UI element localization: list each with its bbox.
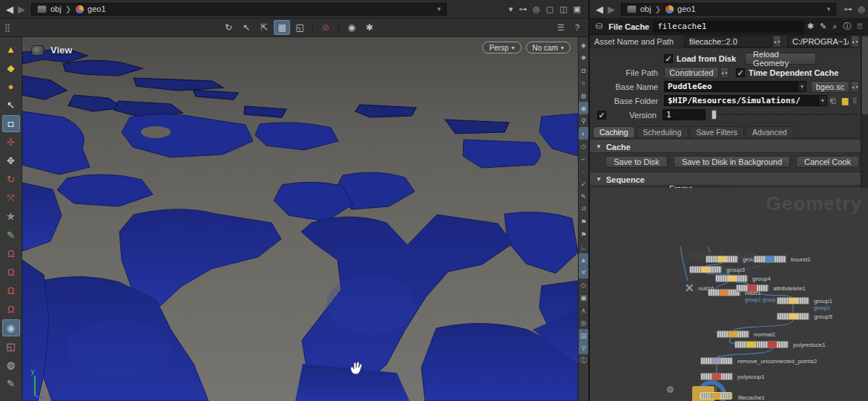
param-tab-scheduling[interactable]: Scheduling xyxy=(637,126,688,137)
row-grip[interactable]: ⣿ xyxy=(851,97,859,104)
info-icon[interactable]: ⓘ xyxy=(840,21,854,32)
asset-path-dropdown[interactable]: C:/PROGRA~1/SIDEEF~1/HOUDIN~1.... xyxy=(787,36,849,48)
layers-icon[interactable]: ◈ xyxy=(579,39,588,51)
file-chooser-icon[interactable]: ⎗ xyxy=(827,97,839,105)
breadcrumb-dropdown-icon[interactable]: ▾ xyxy=(435,5,443,13)
point-dot-icon[interactable]: · xyxy=(579,165,588,177)
light-pin-icon[interactable]: ⚲ xyxy=(579,114,588,127)
param-tab-save-filters[interactable]: Save Filters xyxy=(690,126,744,137)
paint-icon[interactable]: ✎ xyxy=(2,226,20,244)
node-attribdelete1[interactable] xyxy=(736,284,769,292)
pose-icon[interactable]: ✯ xyxy=(2,208,20,225)
pin-icon[interactable]: ⊶ xyxy=(516,4,530,14)
node-remove_unconnected_points2[interactable] xyxy=(700,357,733,365)
param-vscrollbar[interactable] xyxy=(861,35,868,195)
snap-grid-icon[interactable]: ▦ xyxy=(274,20,290,35)
lamp-dim-icon[interactable]: ○ xyxy=(579,76,588,89)
settings-gear-icon[interactable]: ✱ xyxy=(361,20,378,35)
point-check-icon[interactable]: ✓ xyxy=(579,177,588,190)
cone-display-icon[interactable]: ▲ xyxy=(579,253,588,266)
back-icon[interactable]: ◀ xyxy=(6,4,13,15)
zoom-region-icon[interactable]: ◱ xyxy=(292,20,308,35)
node-group4[interactable] xyxy=(715,275,748,282)
node-group1[interactable] xyxy=(777,297,809,304)
no-display-icon[interactable]: ✕ xyxy=(579,266,588,278)
save-to-disk-background-button[interactable]: Save to Disk in Background xyxy=(674,156,790,168)
flag-b-icon[interactable]: ⚑ xyxy=(579,228,588,241)
node-group5[interactable] xyxy=(777,313,809,320)
translate-icon[interactable]: ✥ xyxy=(2,152,20,169)
asset-path-stepper[interactable]: ▲▼ xyxy=(851,36,859,48)
primitive-torus-icon[interactable]: ● xyxy=(2,78,20,95)
corner-icon[interactable]: ∟ xyxy=(579,241,588,253)
gimbal-icon[interactable]: ✣ xyxy=(2,134,20,151)
reload-geometry-button[interactable]: Reload Geometry xyxy=(745,53,816,65)
snap-edge-icon[interactable]: Ω xyxy=(2,264,20,281)
flag-a-icon[interactable]: ⚑ xyxy=(579,215,588,228)
back-icon[interactable]: ◀ xyxy=(596,4,603,15)
pen-icon[interactable]: ✎ xyxy=(579,190,588,203)
time-dependent-checkbox[interactable]: ✓ xyxy=(736,68,745,77)
base-name-input[interactable]: PuddleGeo xyxy=(668,82,712,91)
breadcrumb-dropdown-icon[interactable]: ▾ xyxy=(825,5,833,13)
sequence-section-header[interactable]: ▼ Sequence xyxy=(590,173,868,186)
select-arrow-icon[interactable]: ↖ xyxy=(2,97,20,114)
display-icon[interactable]: ▣ xyxy=(571,4,584,14)
version-slider[interactable] xyxy=(711,110,859,120)
handles-tool-icon[interactable]: ⇱ xyxy=(256,20,272,35)
brush-small-icon[interactable]: ✎ xyxy=(2,375,20,392)
save-to-disk-button[interactable]: Save to Disk xyxy=(605,156,668,168)
lock2-icon[interactable]: ◘ xyxy=(579,64,588,76)
slider-handle[interactable] xyxy=(711,110,717,120)
node-null16[interactable]: ✕ xyxy=(685,284,694,293)
brush-icon[interactable]: ✎ xyxy=(817,22,829,31)
view-tool-icon[interactable]: ↻ xyxy=(220,20,237,35)
snap-multi-icon[interactable]: Ω xyxy=(2,301,20,318)
vscroll-thumb[interactable] xyxy=(862,36,868,114)
group-box-icon[interactable]: ▣ xyxy=(579,291,588,304)
asset-type-dropdown[interactable]: filecache::2.0 xyxy=(684,36,772,48)
node-bound1[interactable] xyxy=(754,255,786,263)
version-checkbox[interactable]: ✓ xyxy=(597,111,606,120)
breadcrumb[interactable]: obj ❯ geo1 ▾ xyxy=(621,3,836,16)
info-icon[interactable]: ⓘ xyxy=(579,354,588,367)
cache-section-header[interactable]: ▼ Cache xyxy=(590,140,868,153)
dropdown-icon[interactable]: ▾ xyxy=(506,4,516,14)
image-plane-icon[interactable]: ▤ xyxy=(579,329,588,342)
node-group2[interactable] xyxy=(706,255,738,263)
asset-type-stepper[interactable]: ▲▼ xyxy=(773,36,781,48)
snap-point-icon[interactable]: Ω xyxy=(2,245,20,262)
primitive-cube-icon[interactable]: ◆ xyxy=(2,59,20,76)
network-editor[interactable]: Geometry Indie Edition xyxy=(590,188,868,401)
wireframe-icon[interactable]: ◇ xyxy=(579,140,588,152)
breadcrumb-root[interactable]: obj xyxy=(639,4,653,13)
diamond-icon[interactable]: ◇ xyxy=(579,278,588,291)
camera-selector[interactable]: No cam▾ xyxy=(526,42,571,53)
breadcrumb-root[interactable]: obj xyxy=(49,4,63,13)
node-polyreduce1[interactable] xyxy=(756,341,789,348)
faucet-icon[interactable]: ⌐ xyxy=(579,152,588,165)
no-op-icon[interactable]: ⊘ xyxy=(318,20,334,35)
select-tool-icon[interactable]: ↖ xyxy=(238,20,254,35)
headlight-icon[interactable]: ◉ xyxy=(579,102,588,114)
breadcrumb-node[interactable]: geo1 xyxy=(676,4,697,13)
breadcrumb[interactable]: obj ❯ geo1 ▾ xyxy=(31,3,447,16)
pin-view-icon[interactable]: ⚲ xyxy=(579,342,588,354)
fan-icon[interactable]: ⋏ xyxy=(579,304,588,316)
lock-icon[interactable]: ◘ xyxy=(2,115,20,132)
node-filecache1[interactable] xyxy=(700,392,732,400)
param-tab-caching[interactable]: Caching xyxy=(593,126,635,137)
node-group3[interactable] xyxy=(689,266,722,273)
primitive-cone-icon[interactable]: ▲ xyxy=(2,41,20,58)
point-numbers-icon[interactable]: ¹² xyxy=(579,203,588,215)
disc-icon[interactable]: ◎ xyxy=(579,316,588,329)
param-tab-advanced[interactable]: Advanced xyxy=(746,126,794,137)
version-input[interactable]: 1 xyxy=(662,109,706,120)
search-icon[interactable]: ⌕ xyxy=(829,22,840,31)
extension-dropdown[interactable]: bgeo.sc xyxy=(811,81,849,93)
scene-viewport[interactable]: y View Persp▾ No cam▾ xyxy=(22,37,578,401)
view-orbit-icon[interactable]: ◉ xyxy=(2,319,20,336)
base-name-dropdown-icon[interactable]: ▾ xyxy=(798,81,806,92)
help-icon[interactable]: ? xyxy=(572,23,582,32)
gear-icon[interactable]: ✱ xyxy=(804,22,817,31)
